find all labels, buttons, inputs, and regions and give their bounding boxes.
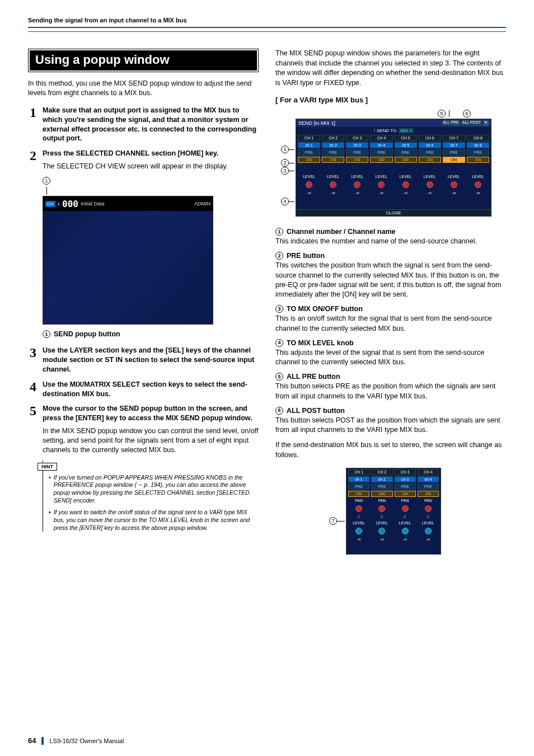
all-post-button[interactable]: ALL POST	[461, 120, 482, 126]
callout-circle-7: 7	[329, 517, 337, 525]
close-button[interactable]: CLOSE	[296, 209, 491, 216]
level-knob[interactable]	[475, 181, 481, 188]
callout-circle-1: 1	[43, 177, 50, 185]
on-button[interactable]: ON	[322, 157, 344, 163]
pan-knob[interactable]	[355, 505, 362, 512]
pre-button[interactable]: PRE	[443, 149, 465, 156]
section-title-box: Using a popup window	[28, 49, 259, 72]
level-knob[interactable]	[355, 528, 362, 534]
step-text: Make sure that an output port is assigne…	[43, 106, 259, 144]
callout-circle-5: 5	[438, 110, 446, 118]
item-1-head: 1Channel number / Channel name	[275, 228, 506, 236]
running-header: Sending the signal from an input channel…	[28, 17, 506, 27]
pre-button[interactable]: PRE	[322, 149, 344, 156]
stereo-screenshot: CH 1 CH 2 CH 3 CH 4 ch 1 ch 2 ch 3 ch 4 …	[346, 468, 441, 555]
pan-knob[interactable]	[425, 505, 432, 512]
pan-label: PAN	[395, 498, 416, 503]
step-number: 2	[28, 149, 38, 162]
pre-button[interactable]: PRE	[395, 149, 417, 156]
on-button[interactable]: ON	[443, 157, 465, 163]
item-4-body: This adjusts the level of the signal tha…	[275, 348, 506, 368]
step-4: 4 Use the MIX/MATRIX SELECT section keys…	[28, 380, 259, 399]
on-button[interactable]: ON	[419, 157, 441, 163]
pre-button[interactable]: PRE	[370, 149, 392, 156]
step-number: 1	[28, 106, 38, 119]
level-knob[interactable]	[378, 181, 385, 188]
on-button[interactable]: ON	[418, 491, 439, 497]
all-pre-button[interactable]: ALL PRE	[442, 120, 460, 126]
ch-header: CH 4	[418, 469, 439, 475]
item-2-head: 2PRE button	[275, 252, 506, 260]
pan-value: C	[371, 514, 392, 519]
on-button[interactable]: ON	[348, 491, 369, 497]
level-knob[interactable]	[306, 181, 312, 188]
on-button[interactable]: ON	[395, 157, 417, 163]
on-button[interactable]: ON	[395, 491, 416, 497]
left-column: Using a popup window In this method, you…	[28, 49, 259, 555]
level-knob[interactable]	[402, 181, 409, 188]
level-label: LEVEL	[443, 174, 465, 179]
pre-button[interactable]: PRE	[371, 483, 392, 490]
ch-header: CH 5	[395, 135, 417, 141]
hint-label: HINT	[38, 463, 57, 471]
on-button[interactable]: ON	[346, 157, 368, 163]
on-row: ON ON ON ON ON ON ON ON	[296, 156, 491, 163]
pre-button[interactable]: PRE	[346, 149, 368, 156]
on-button[interactable]: ON	[370, 157, 392, 163]
intro-paragraph: In this method, you use the MIX SEND pop…	[28, 79, 259, 98]
close-icon[interactable]: ✕	[483, 120, 489, 126]
manual-title: LS9-16/32 Owner's Manual	[49, 738, 124, 744]
level-value: -∞	[371, 537, 392, 542]
level-value: -∞	[418, 537, 439, 542]
level-label: LEVEL	[395, 174, 417, 179]
callout-circle-2: 2	[281, 159, 289, 167]
vari-subhead: [ For a VARI type MIX bus ]	[275, 96, 506, 104]
level-knob[interactable]	[354, 181, 360, 188]
pre-button[interactable]: PRE	[419, 149, 441, 156]
mix-send-diagram: 5 6 SEND [to MIX 1] ALL PRE ALL POST ✕ ↑	[281, 111, 506, 217]
pre-button[interactable]: PRE	[348, 483, 369, 490]
ch-header-row: CH 1 CH 2 CH 3 CH 4 CH 5 CH 6 CH 7 CH 8	[296, 134, 491, 142]
on-button[interactable]: ON	[371, 491, 392, 497]
level-knob[interactable]	[330, 181, 336, 188]
pan-knob[interactable]	[378, 505, 385, 512]
level-knob[interactable]	[425, 528, 432, 534]
step-2: 2 Press the SELECTED CHANNEL section [HO…	[28, 149, 259, 171]
item-3-body: This is an on/off switch for the signal …	[275, 314, 506, 334]
level-label: LEVEL	[419, 174, 441, 179]
level-value-row: -∞ -∞ -∞ -∞ -∞ -∞ -∞ -∞	[296, 190, 491, 196]
on-button[interactable]: ON	[467, 157, 489, 163]
ch-name: ch 2	[322, 142, 344, 148]
pan-knob[interactable]	[402, 505, 409, 512]
level-value: -∞	[346, 190, 368, 195]
stereo-note: If the send-destination MIX bus is set t…	[275, 440, 506, 460]
pre-button[interactable]: PRE	[395, 483, 416, 490]
hint-box: HINT If you've turned on POPUP APPEARS W…	[43, 461, 259, 532]
hint-item-2: If you want to switch the on/off status …	[49, 509, 259, 532]
pan-label: PAN	[348, 498, 369, 503]
ch-name-row: ch 1 ch 2 ch 3 ch 4 ch 5 ch 6 ch 7 ch 8	[296, 142, 491, 149]
on-button[interactable]: ON	[298, 157, 320, 163]
ch-header: CH 3	[346, 135, 368, 141]
ch-name: ch 3	[395, 476, 416, 482]
header-rule-thin	[28, 31, 506, 32]
level-knob[interactable]	[402, 528, 409, 534]
ch-name: ch 1	[348, 476, 369, 482]
callout-circle-3: 3	[281, 167, 289, 175]
item-1-body: This indicates the number and name of th…	[275, 237, 506, 246]
item-6-body: This button selects POST as the position…	[275, 416, 506, 435]
level-knob[interactable]	[427, 181, 433, 188]
step-number: 4	[28, 380, 38, 393]
level-label-row: LEVEL LEVEL LEVEL LEVEL LEVEL LEVEL LEVE…	[296, 173, 491, 180]
pre-button[interactable]: PRE	[298, 149, 320, 156]
level-knob[interactable]	[378, 528, 385, 534]
pan-value: C	[395, 514, 416, 519]
level-knob[interactable]	[451, 181, 457, 188]
level-label: LEVEL	[371, 520, 392, 525]
level-label: LEVEL	[298, 174, 320, 179]
step-number: 3	[28, 346, 38, 359]
level-label: LEVEL	[467, 174, 489, 179]
level-value: -∞	[467, 190, 489, 195]
pre-button[interactable]: PRE	[418, 483, 439, 490]
pre-button[interactable]: PRE	[467, 149, 489, 156]
